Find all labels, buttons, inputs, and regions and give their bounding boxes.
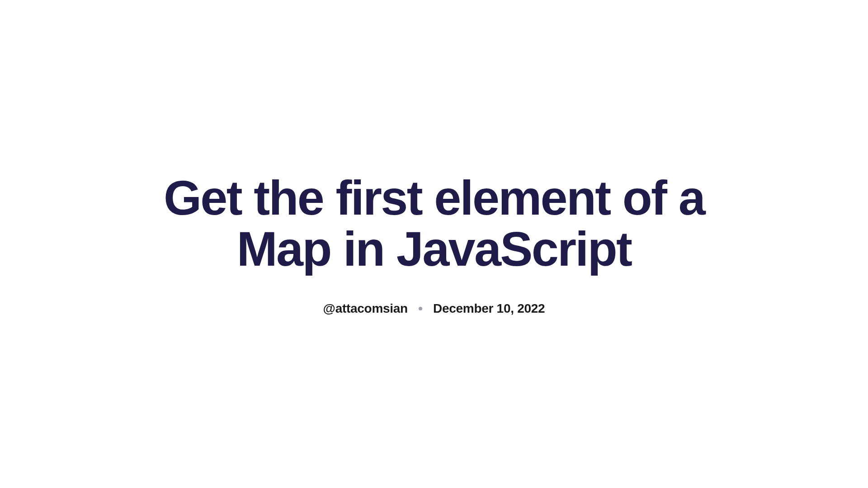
author-handle[interactable]: @attacomsian	[323, 301, 408, 316]
dot-separator-icon	[419, 307, 422, 310]
article-meta: @attacomsian December 10, 2022	[145, 301, 723, 316]
article-header: Get the first element of a Map in JavaSc…	[145, 172, 723, 316]
article-title: Get the first element of a Map in JavaSc…	[145, 172, 723, 275]
publish-date: December 10, 2022	[433, 301, 545, 316]
